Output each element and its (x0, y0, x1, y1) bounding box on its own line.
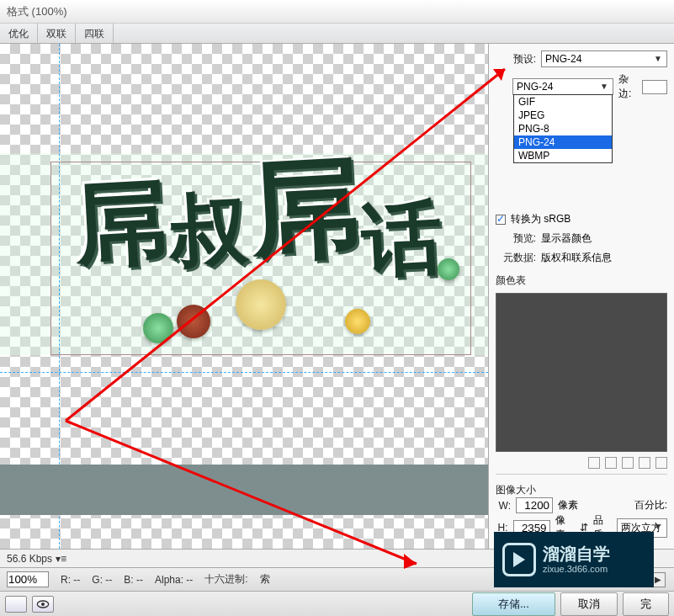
width-label: W: (496, 500, 511, 512)
metadata-value: 版权和联系信息 (541, 251, 612, 265)
matte-label: 杂边: (618, 72, 637, 101)
preview-browser-button[interactable] (32, 596, 54, 613)
format-option-jpeg[interactable]: JPEG (514, 109, 612, 122)
colortable-label: 颜色表 (496, 273, 667, 288)
format-option-png8[interactable]: PNG-8 (514, 122, 612, 135)
width-input[interactable] (516, 497, 553, 513)
cancel-button[interactable]: 取消 (560, 592, 618, 616)
watermark-logo (502, 543, 536, 576)
hand-tool-button[interactable] (5, 596, 27, 613)
artwork-image: 屌 叔 屌 话 (67, 128, 471, 355)
b-value: B: -- (124, 574, 143, 586)
format-dropdown-list: GIF JPEG PNG-8 PNG-24 WBMP (513, 94, 613, 163)
window-title: 格式 (100%) (0, 0, 674, 24)
format-option-png24[interactable]: PNG-24 (514, 135, 612, 149)
ct-tool-trash[interactable] (655, 457, 667, 469)
watermark-url: zixue.3d66.com (543, 564, 610, 575)
preset-label: 预设: (496, 52, 536, 66)
metadata-label: 元数据: (496, 251, 536, 265)
ct-tool-2[interactable] (605, 457, 617, 469)
format-dropdown[interactable]: PNG-24 GIF JPEG PNG-8 PNG-24 WBMP (512, 78, 613, 95)
ct-tool-3[interactable] (622, 457, 634, 469)
alpha-value: Alpha: -- (155, 574, 193, 586)
format-option-gif[interactable]: GIF (514, 95, 612, 109)
view-tabs: 优化 双联 四联 (0, 24, 674, 44)
preview-value: 显示器颜色 (541, 231, 592, 246)
g-value: G: -- (92, 574, 112, 586)
ct-tool-4[interactable] (639, 457, 650, 469)
convert-srgb-label: 转换为 sRGB (511, 212, 571, 226)
colortable-tools (496, 457, 667, 469)
preview-canvas[interactable]: 屌 叔 屌 话 (0, 44, 489, 549)
ct-tool-1[interactable] (588, 457, 600, 469)
px-label-w: 像素 (558, 498, 578, 512)
index-label: 索 (260, 572, 270, 587)
hex-label: 十六进制: (204, 572, 247, 587)
matte-input[interactable] (642, 80, 667, 94)
tab-4up[interactable]: 四联 (76, 24, 114, 43)
preview-label: 预览: (496, 231, 536, 246)
save-button[interactable]: 存储... (472, 592, 555, 616)
tab-2up[interactable]: 双联 (38, 24, 76, 43)
svg-point-1 (41, 603, 45, 606)
settings-panel: 预设: PNG-24 PNG-24 GIF JPEG PNG-8 PNG-24 … (489, 44, 674, 549)
dialog-buttons-bar: 存储... 取消 完 (0, 591, 674, 616)
preset-select[interactable]: PNG-24 (541, 50, 667, 67)
format-option-wbmp[interactable]: WBMP (514, 149, 612, 162)
color-table[interactable] (496, 293, 667, 452)
tab-optimize[interactable]: 优化 (0, 24, 38, 43)
imagesize-label: 图像大小 (496, 483, 667, 497)
zoom-input[interactable] (7, 571, 49, 587)
percent-label: 百分比: (634, 498, 667, 512)
watermark-title: 溜溜自学 (543, 544, 610, 564)
done-button[interactable]: 完 (623, 592, 669, 616)
r-value: R: -- (61, 574, 80, 586)
watermark: 溜溜自学 zixue.3d66.com (494, 532, 654, 587)
convert-srgb-checkbox[interactable] (496, 215, 506, 225)
